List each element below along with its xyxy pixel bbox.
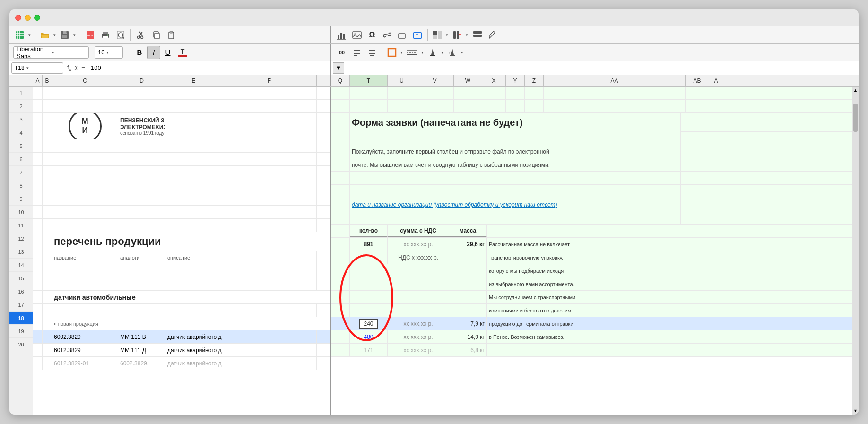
col-header-z[interactable]: Z — [525, 75, 544, 86]
right-cell-t19[interactable]: 480 — [350, 330, 388, 343]
date-org-hint[interactable]: дата и название организации (упростит об… — [350, 198, 681, 211]
cell-b1[interactable] — [43, 87, 52, 99]
align-center-button[interactable] — [365, 46, 379, 59]
row-16[interactable]: 16 — [9, 285, 33, 298]
row-7[interactable]: 7 — [9, 166, 33, 179]
open-button[interactable]: ▾ — [38, 28, 57, 42]
underline-button[interactable]: U — [161, 46, 174, 59]
italic-button[interactable]: I — [147, 46, 160, 59]
vertical-scrollbar[interactable]: ▲ ▼ — [852, 87, 859, 415]
special-char-button[interactable]: Ω — [365, 28, 379, 42]
cell-c19-article[interactable]: 6012.3829 — [52, 344, 118, 356]
scroll-down-button[interactable]: ▼ — [852, 407, 859, 415]
row-3[interactable]: 3 — [9, 113, 33, 126]
right-cell-v19[interactable]: хх ххх,хх р. — [388, 330, 449, 343]
cell-a3[interactable] — [33, 113, 43, 139]
row-14[interactable]: 14 — [9, 259, 33, 272]
line-style-button[interactable]: ▾ — [405, 46, 425, 59]
col-header-aa[interactable]: AA — [544, 75, 686, 86]
cell-b2[interactable] — [43, 100, 52, 112]
textbox-button[interactable]: T — [410, 28, 425, 42]
right-cell-t20[interactable]: 171 — [350, 344, 388, 356]
cell-c20-article[interactable]: 6012.3829-01 — [52, 357, 118, 370]
cell-f18[interactable] — [222, 330, 317, 343]
col-header-x[interactable]: X — [482, 75, 506, 86]
row-13[interactable]: 13 — [9, 245, 33, 259]
col-header-e[interactable]: E — [165, 75, 222, 86]
cell-f2[interactable] — [222, 100, 317, 112]
highlight-color-button[interactable]: ▾ — [426, 46, 445, 59]
cell-reference-box[interactable]: T18 ▾ — [11, 62, 63, 74]
col-header-d[interactable]: D — [118, 75, 165, 86]
text-color-button[interactable]: T — [175, 46, 190, 59]
cell-c1[interactable] — [52, 87, 118, 99]
cell-c18-article[interactable]: 6002.3829 — [52, 330, 118, 343]
row-9[interactable]: 9 — [9, 192, 33, 206]
formula-dropdown-button[interactable]: ▼ — [333, 62, 344, 74]
col-label-analog[interactable]: аналоги — [118, 251, 165, 264]
cell-e2[interactable] — [165, 100, 222, 112]
row-12[interactable]: 12 — [9, 232, 33, 245]
bold-button[interactable]: B — [133, 46, 146, 59]
col-header-y[interactable]: Y — [506, 75, 525, 86]
sum-icon[interactable]: Σ — [74, 64, 78, 72]
cell-f19[interactable] — [222, 344, 317, 356]
cell-e3[interactable] — [165, 113, 222, 139]
row-1[interactable]: 1 — [9, 87, 33, 100]
col-header-v[interactable]: V — [416, 75, 454, 86]
product-list-title[interactable]: перечень продукции — [52, 232, 269, 251]
font-name-dropdown[interactable]: Liberation Sans ▾ — [13, 46, 89, 59]
scroll-thumb[interactable] — [853, 104, 858, 132]
right-cell-t18[interactable]: 240 — [350, 317, 388, 330]
insert-pic-button[interactable] — [350, 28, 364, 42]
equals-icon[interactable]: = — [81, 64, 85, 71]
qty-240-bordered[interactable]: 240 — [359, 319, 378, 329]
decimal-button[interactable]: 00 — [335, 46, 349, 59]
preview-button[interactable] — [113, 28, 128, 42]
cell-d2[interactable] — [118, 100, 165, 112]
cell-e18-desc[interactable]: датчик аварийного д — [165, 330, 222, 343]
col-header-t[interactable]: T — [350, 75, 388, 86]
row-4[interactable]: 4 — [9, 126, 33, 139]
col-header-b[interactable]: B — [43, 75, 52, 86]
cut-button[interactable] — [134, 28, 148, 42]
cell-d1[interactable] — [118, 87, 165, 99]
row-17[interactable]: 17 — [9, 298, 33, 312]
col-header-f[interactable]: F — [222, 75, 317, 86]
cell-f20[interactable] — [222, 357, 317, 370]
cell-e20-desc[interactable]: датчик аварийного д — [165, 357, 222, 370]
paste-button[interactable] — [164, 28, 178, 42]
cell-d20-analog[interactable]: 6002.3829, — [118, 357, 165, 370]
row-8[interactable]: 8 — [9, 179, 33, 192]
row-19[interactable]: 19 — [9, 325, 33, 338]
maximize-button[interactable] — [34, 15, 40, 21]
row-format-button[interactable] — [470, 28, 485, 42]
hyperlink-button[interactable] — [380, 28, 394, 42]
row-2[interactable]: 2 — [9, 100, 33, 113]
col-header-q[interactable]: Q — [331, 75, 350, 86]
cell-a1[interactable] — [33, 87, 43, 99]
cell-c2[interactable] — [52, 100, 118, 112]
row-6[interactable]: 6 — [9, 153, 33, 166]
copy-button[interactable] — [149, 28, 163, 42]
cell-d18-analog[interactable]: ММ 111 В — [118, 330, 165, 343]
pdf-button[interactable]: PDF — [83, 28, 97, 42]
align-left-button[interactable] — [350, 46, 364, 59]
col-header-a2[interactable]: A — [709, 75, 723, 86]
new-product-label[interactable]: • новая продукция — [52, 317, 269, 330]
right-cell-v20[interactable]: хх ххх,хх р. — [388, 344, 449, 356]
cell-e19-desc[interactable]: датчик аварийного д — [165, 344, 222, 356]
cell-f1[interactable] — [222, 87, 317, 99]
cell-d3-company[interactable]: ПЕНЗЕНСКИЙ ЗАВОД ЭЛЕКТРОМЕХИЗМЕРЕНИЕ осн… — [118, 113, 165, 139]
pen-button[interactable] — [486, 28, 500, 42]
chart-button[interactable] — [335, 28, 349, 42]
save-button[interactable]: ▾ — [58, 28, 77, 42]
col-label-name[interactable]: название — [52, 251, 118, 264]
row-10[interactable]: 10 — [9, 206, 33, 219]
col-header-u[interactable]: U — [388, 75, 416, 86]
cell-b3[interactable] — [43, 113, 52, 139]
row-11[interactable]: 11 — [9, 219, 33, 232]
cell-c3-logo[interactable]: М И — [52, 113, 118, 139]
row-15[interactable]: 15 — [9, 272, 33, 285]
font-size-dropdown[interactable]: 10 ▾ — [95, 46, 123, 59]
